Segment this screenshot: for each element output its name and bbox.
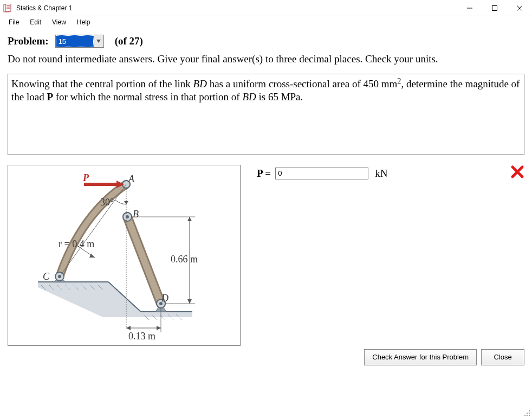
menu-file[interactable]: File [3, 17, 24, 27]
svg-rect-59 [529, 413, 530, 414]
problem-count-label: (of 27) [115, 35, 143, 47]
svg-rect-60 [524, 415, 525, 416]
menu-edit[interactable]: Edit [24, 17, 47, 27]
svg-line-29 [127, 217, 161, 304]
svg-rect-62 [529, 415, 530, 416]
svg-rect-58 [527, 413, 528, 414]
answer-unit: kN [375, 168, 387, 179]
svg-rect-61 [527, 415, 528, 416]
figure-label-D: D [161, 293, 168, 304]
problem-label: Problem: [8, 35, 49, 47]
svg-marker-45 [124, 201, 128, 204]
figure-height: 0.66 m [171, 254, 198, 265]
figure-label-A: A [128, 173, 134, 185]
title-bar: Statics & Chapter 1 [0, 0, 532, 16]
menu-view[interactable]: View [47, 17, 72, 27]
resize-grip[interactable] [522, 408, 531, 417]
svg-rect-57 [529, 410, 530, 411]
problem-text-part: has a uniform cross-sectional area of 45… [207, 78, 397, 89]
problem-text-part: Knowing that the central portion of the … [11, 78, 193, 89]
problem-text-italic: BD [193, 78, 207, 89]
problem-text-part: for which the normal stress in that port… [53, 91, 242, 102]
menu-bar: File Edit View Help [0, 16, 532, 28]
figure-radius: r = 0.4 m [59, 239, 94, 250]
svg-marker-48 [187, 299, 192, 304]
svg-marker-10 [38, 282, 141, 317]
app-icon [3, 4, 12, 12]
lower-panel: P A B C D 30° r = 0.4 m 0.66 m 0.13 m P … [8, 165, 524, 365]
problem-text-part: is 65 MPa. [256, 91, 303, 102]
svg-marker-52 [126, 326, 131, 330]
instructions-text: Do not round intermediate answers. Give … [8, 53, 524, 65]
chevron-down-icon[interactable] [94, 35, 103, 47]
figure-label-P: P [83, 172, 89, 184]
window-title: Statics & Chapter 1 [16, 4, 457, 12]
problem-text-bold: P [47, 91, 53, 102]
figure-panel: P A B C D 30° r = 0.4 m 0.66 m 0.13 m [8, 165, 241, 346]
svg-rect-6 [492, 5, 497, 10]
content-area: Problem: 15 (of 27) Do not round interme… [0, 28, 532, 365]
footer-buttons: Check Answer for this Problem Close [364, 349, 524, 365]
problem-statement: Knowing that the central portion of the … [8, 74, 524, 155]
check-answer-button[interactable]: Check Answer for this Problem [364, 349, 477, 365]
answer-panel: P = kN Check Answer for this Problem Clo… [257, 165, 524, 365]
figure-width: 0.13 m [128, 331, 155, 342]
figure-label-B: B [133, 209, 139, 220]
svg-marker-9 [96, 40, 101, 43]
svg-rect-1 [5, 4, 11, 11]
menu-help[interactable]: Help [72, 17, 96, 27]
answer-label: P = [257, 168, 271, 179]
figure-label-C: C [43, 271, 49, 282]
window-controls [457, 0, 532, 16]
wrong-icon [510, 165, 524, 182]
problem-text-italic: BD [242, 91, 256, 102]
figure-angle: 30° [100, 197, 114, 208]
problem-selector: Problem: 15 (of 27) [8, 35, 524, 48]
answer-input[interactable] [275, 168, 368, 179]
close-button[interactable]: Close [481, 349, 524, 365]
svg-marker-13 [141, 312, 192, 317]
problem-combo[interactable]: 15 [55, 35, 104, 48]
svg-marker-47 [187, 217, 192, 221]
problem-number-field[interactable]: 15 [56, 35, 94, 47]
minimize-button[interactable] [457, 0, 482, 16]
svg-line-42 [60, 184, 126, 276]
svg-marker-53 [157, 326, 161, 330]
close-window-button[interactable] [507, 0, 532, 16]
maximize-button[interactable] [482, 0, 507, 16]
answer-row: P = kN [257, 165, 524, 182]
